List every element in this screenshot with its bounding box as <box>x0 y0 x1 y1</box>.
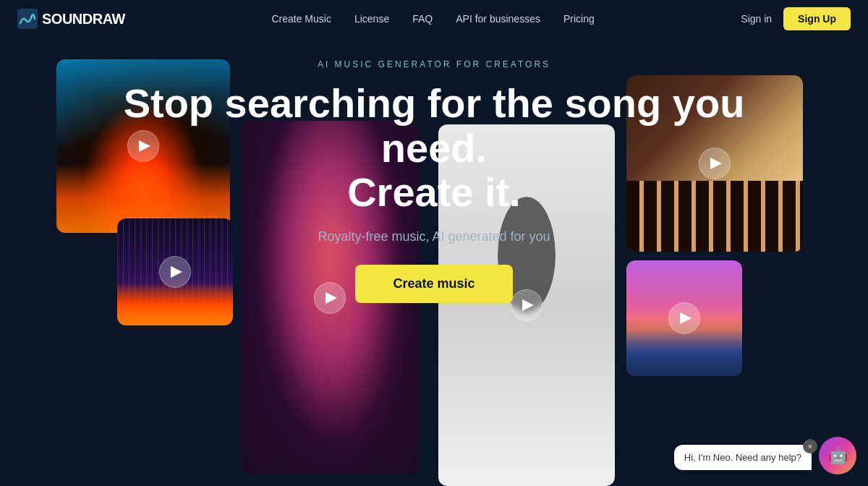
logo[interactable]: SOUNDRAW <box>17 9 125 29</box>
sign-up-button[interactable]: Sign Up <box>783 7 851 30</box>
hero-description: Royalty-free music, AI generated for you <box>318 229 550 244</box>
nav-faq[interactable]: FAQ <box>412 13 433 25</box>
nav-pricing[interactable]: Pricing <box>563 13 595 25</box>
nav-actions: Sign in Sign Up <box>741 7 851 30</box>
chat-avatar[interactable]: 🤖 <box>819 437 856 474</box>
chat-bubble-container: × Hi, I'm Neo. Need any help? <box>674 445 812 470</box>
logo-text: SOUNDRAW <box>42 11 125 27</box>
hero-title-line2: Create it. <box>347 169 521 215</box>
nav-create-music[interactable]: Create Music <box>271 13 331 25</box>
chat-widget: × Hi, I'm Neo. Need any help? 🤖 <box>674 437 856 474</box>
navbar: SOUNDRAW Create Music License FAQ API fo… <box>0 0 868 38</box>
nav-api[interactable]: API for businesses <box>456 13 540 25</box>
hero-title-line1: Stop searching for the song you need. <box>124 80 745 171</box>
hero-subtitle: AI MUSIC GENERATOR FOR CREATORS <box>318 59 550 69</box>
nav-license[interactable]: License <box>354 13 389 25</box>
chat-avatar-container[interactable]: 🤖 <box>819 437 856 474</box>
sign-in-link[interactable]: Sign in <box>741 13 772 25</box>
hero-section: AI MUSIC GENERATOR FOR CREATORS Stop sea… <box>0 38 868 317</box>
nav-links: Create Music License FAQ API for busines… <box>271 13 594 25</box>
chat-close-button[interactable]: × <box>803 439 817 453</box>
hero-title: Stop searching for the song you need. Cr… <box>109 81 760 215</box>
chat-bubble-message: Hi, I'm Neo. Need any help? <box>674 445 812 470</box>
create-music-button[interactable]: Create music <box>355 265 512 303</box>
